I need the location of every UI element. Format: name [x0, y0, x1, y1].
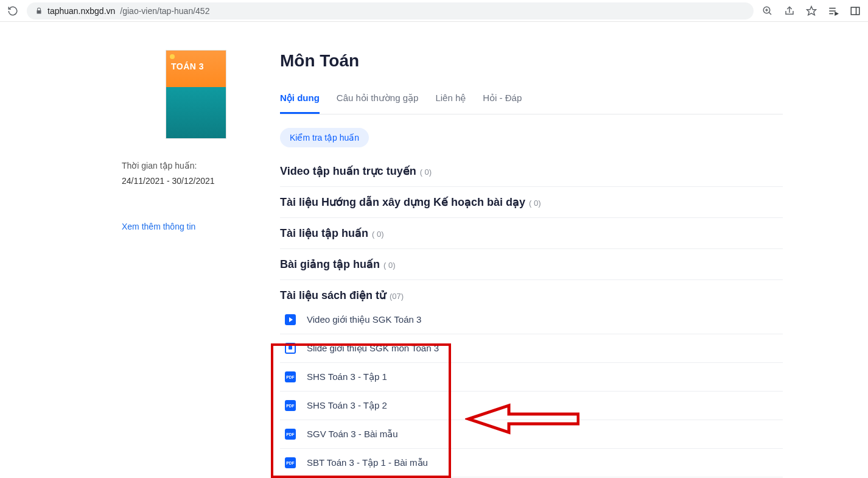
tab-1[interactable]: Câu hỏi thường gặp: [337, 88, 419, 114]
section-title: Tài liệu sách điện tử: [280, 289, 386, 302]
share-icon[interactable]: [784, 5, 795, 16]
page-title: Môn Toán: [280, 51, 783, 71]
book-cover: TOÁN 3: [166, 50, 226, 139]
section-4: Tài liệu sách điện tử (07)Video giới thi…: [280, 280, 783, 478]
book-cover-title: TOÁN 3: [171, 62, 221, 71]
sidebar: TOÁN 3 Thời gian tập huấn: 24/11/2021 - …: [0, 22, 280, 478]
panel-icon[interactable]: [850, 5, 861, 16]
url-host: taphuan.nxbgd.vn: [47, 6, 115, 16]
file-item-label: SGV Toán 3 - Bài mẫu: [307, 429, 398, 440]
star-icon[interactable]: [806, 5, 817, 16]
training-period-dates: 24/11/2021 - 30/12/2021: [122, 174, 280, 189]
section-count: ( 0): [372, 230, 384, 239]
playlist-icon[interactable]: [828, 5, 839, 16]
file-item-label: SBT Toán 3 - Tập 1 - Bài mẫu: [307, 457, 428, 468]
zoom-icon[interactable]: [762, 5, 773, 16]
file-item[interactable]: PDFSHS Toán 3 - Tập 1: [280, 362, 783, 391]
file-item[interactable]: PDFSBT Toán 3 - Tập 1 - Bài mẫu: [280, 448, 783, 477]
pdf-icon: PDF: [285, 457, 296, 468]
url-path: /giao-vien/tap-huan/452: [120, 6, 209, 16]
section-count: (07): [390, 292, 404, 301]
training-period-label: Thời gian tập huấn:: [122, 158, 280, 174]
section-3: Bài giảng tập huấn ( 0): [280, 249, 783, 280]
pdf-icon: PDF: [285, 429, 296, 440]
svg-line-1: [769, 12, 771, 15]
pdf-icon: PDF: [285, 371, 296, 382]
check-training-button[interactable]: Kiểm tra tập huấn: [280, 128, 369, 147]
section-count: ( 0): [529, 199, 541, 208]
section-count: ( 0): [383, 261, 396, 270]
file-item[interactable]: PDFSGV Toán 3 - Bài mẫu: [280, 420, 783, 448]
tab-3[interactable]: Hỏi - Đáp: [483, 88, 522, 114]
file-item[interactable]: PDFSHS Toán 3 - Tập 2: [280, 391, 783, 420]
more-info-link[interactable]: Xem thêm thông tin: [122, 222, 280, 231]
section-2: Tài liệu tập huấn ( 0): [280, 218, 783, 249]
main-content: Môn Toán Nội dungCâu hỏi thường gặpLiên …: [280, 22, 868, 478]
file-item[interactable]: Slide giới thiệu SGK môn Toán 3: [280, 334, 783, 362]
svg-marker-8: [835, 12, 838, 15]
file-item-label: SHS Toán 3 - Tập 2: [307, 400, 387, 411]
file-item[interactable]: Video giới thiệu SGK Toán 3: [280, 306, 783, 334]
section-title: Video tập huấn trực tuyến: [280, 164, 416, 178]
section-title: Tài liệu tập huấn: [280, 227, 368, 240]
url-bar[interactable]: taphuan.nxbgd.vn/giao-vien/tap-huan/452: [27, 2, 754, 19]
svg-rect-9: [851, 7, 859, 15]
tabs: Nội dungCâu hỏi thường gặpLiên hệHỏi - Đ…: [280, 88, 783, 114]
pdf-icon: PDF: [285, 400, 296, 411]
file-item-label: Slide giới thiệu SGK môn Toán 3: [307, 343, 439, 354]
tab-2[interactable]: Liên hệ: [435, 88, 466, 114]
section-0: Video tập huấn trực tuyến ( 0): [280, 156, 783, 187]
section-1: Tài liệu Hướng dẫn xây dựng Kế hoạch bài…: [280, 187, 783, 218]
tab-0[interactable]: Nội dung: [280, 88, 320, 114]
lock-icon: [35, 7, 43, 15]
play-icon: [285, 314, 296, 325]
file-item-label: SHS Toán 3 - Tập 1: [307, 371, 387, 382]
section-count: ( 0): [420, 167, 432, 177]
svg-marker-4: [807, 6, 816, 15]
reload-icon[interactable]: [7, 5, 18, 16]
browser-bar: taphuan.nxbgd.vn/giao-vien/tap-huan/452: [0, 0, 868, 22]
section-title: Bài giảng tập huấn: [280, 258, 380, 271]
browser-actions: [762, 5, 861, 16]
file-item-label: Video giới thiệu SGK Toán 3: [307, 314, 421, 325]
section-title: Tài liệu Hướng dẫn xây dựng Kế hoạch bài…: [280, 195, 525, 209]
slide-icon: [285, 343, 296, 354]
